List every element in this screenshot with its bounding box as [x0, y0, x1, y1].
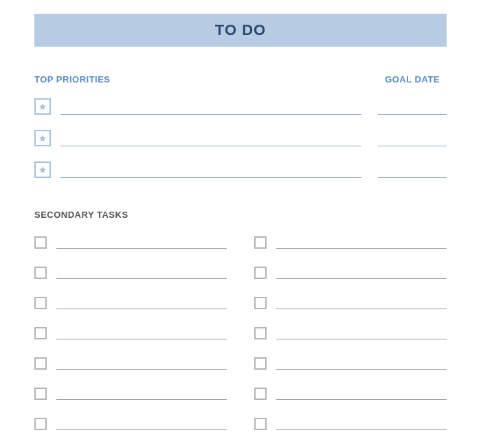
secondary-input-line[interactable]: [56, 235, 227, 249]
goal-date-input-line[interactable]: [378, 160, 447, 178]
secondary-input-line[interactable]: [276, 326, 447, 339]
priority-input-line[interactable]: [60, 160, 361, 178]
secondary-row: [34, 295, 227, 309]
secondary-row: [254, 295, 447, 309]
secondary-input-line[interactable]: [276, 386, 447, 400]
goal-date-heading: GOAL DATE: [385, 74, 447, 85]
secondary-input-line[interactable]: [276, 235, 447, 249]
title-banner: TO DO: [34, 14, 447, 47]
goal-date-input-line[interactable]: [378, 128, 447, 146]
secondary-input-line[interactable]: [276, 265, 447, 279]
checkbox-icon[interactable]: [254, 357, 267, 370]
checkbox-icon[interactable]: [254, 267, 267, 279]
secondary-input-line[interactable]: [276, 295, 447, 309]
priorities-list: [34, 97, 447, 178]
checkbox-icon[interactable]: [254, 418, 267, 430]
checkbox-icon[interactable]: [34, 236, 47, 249]
secondary-row: [34, 356, 227, 370]
checkbox-icon[interactable]: [254, 297, 267, 309]
priority-row: [34, 128, 447, 146]
priorities-header-row: TOP PRIORITIES GOAL DATE: [34, 74, 447, 85]
checkbox-icon[interactable]: [34, 418, 47, 430]
checkbox-icon[interactable]: [34, 357, 47, 370]
checkbox-icon[interactable]: [34, 327, 47, 339]
secondary-row: [34, 386, 227, 400]
priority-input-line[interactable]: [60, 128, 361, 146]
secondary-left-column: [34, 235, 227, 430]
checkbox-icon[interactable]: [254, 236, 267, 249]
star-icon[interactable]: [34, 130, 51, 146]
priority-input-line[interactable]: [60, 97, 361, 115]
secondary-tasks-grid: [34, 235, 447, 430]
checkbox-icon[interactable]: [254, 327, 267, 339]
secondary-row: [254, 386, 447, 400]
secondary-row: [34, 416, 227, 430]
secondary-row: [254, 326, 447, 339]
priority-row: [34, 160, 447, 178]
top-priorities-heading: TOP PRIORITIES: [34, 74, 111, 85]
secondary-right-column: [254, 235, 447, 430]
page-title: TO DO: [215, 21, 266, 39]
secondary-input-line[interactable]: [56, 295, 227, 309]
checkbox-icon[interactable]: [254, 388, 267, 400]
secondary-row: [254, 356, 447, 370]
secondary-tasks-heading: SECONDARY TASKS: [34, 210, 447, 220]
secondary-input-line[interactable]: [276, 356, 447, 370]
secondary-row: [254, 265, 447, 279]
secondary-input-line[interactable]: [56, 265, 227, 279]
secondary-row: [254, 235, 447, 249]
checkbox-icon[interactable]: [34, 388, 47, 400]
secondary-input-line[interactable]: [276, 416, 447, 430]
secondary-input-line[interactable]: [56, 326, 227, 339]
secondary-row: [34, 265, 227, 279]
star-icon[interactable]: [34, 161, 51, 178]
secondary-row: [34, 235, 227, 249]
secondary-input-line[interactable]: [56, 356, 227, 370]
secondary-row: [254, 416, 447, 430]
star-icon[interactable]: [34, 98, 51, 115]
checkbox-icon[interactable]: [34, 267, 47, 279]
priority-row: [34, 97, 447, 115]
secondary-input-line[interactable]: [56, 416, 227, 430]
secondary-row: [34, 326, 227, 339]
goal-date-input-line[interactable]: [378, 97, 447, 115]
checkbox-icon[interactable]: [34, 297, 47, 309]
secondary-input-line[interactable]: [56, 386, 227, 400]
